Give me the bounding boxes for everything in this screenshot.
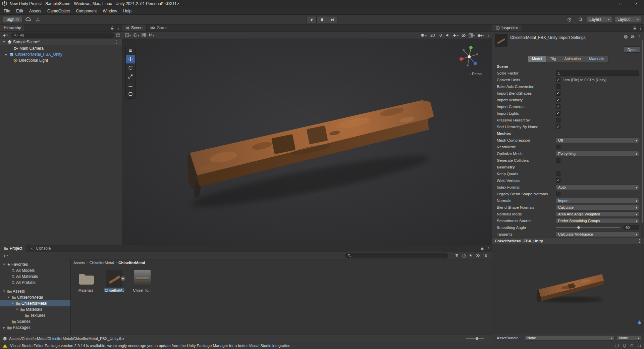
asset-chiselformetal-fbx[interactable]: ▶ ChiselforM...	[104, 270, 124, 292]
grid-snap-icon[interactable]	[142, 33, 146, 37]
panel-menu-icon[interactable]	[639, 26, 643, 31]
cloud-services-icon[interactable]	[25, 17, 31, 21]
refresh-sync-icon[interactable]	[630, 344, 634, 348]
convert-units-checkbox[interactable]	[556, 78, 560, 82]
open-button[interactable]: Open	[624, 46, 640, 53]
version-control-icon[interactable]	[36, 17, 40, 22]
import-blendshapes-checkbox[interactable]	[556, 91, 560, 96]
tab-model[interactable]: Model	[528, 56, 546, 62]
import-lights-checkbox[interactable]	[556, 111, 560, 116]
move-tool-button[interactable]	[126, 55, 135, 63]
tree-item-chiselformetal-inner[interactable]: ChiselforMetal	[0, 300, 70, 306]
import-visibility-checkbox[interactable]	[556, 98, 560, 102]
presets-icon[interactable]	[631, 35, 635, 39]
scale-tool-button[interactable]	[126, 72, 135, 81]
tree-item-all-prefabs[interactable]: All Prefabs	[0, 280, 70, 286]
pause-button[interactable]	[317, 16, 327, 23]
tab-inspector[interactable]: Inspector	[492, 24, 522, 31]
2d-toggle[interactable]: 2D	[429, 33, 436, 38]
lock-icon[interactable]	[633, 26, 636, 30]
tree-item-chiselformetal[interactable]: ChiselforMetal	[0, 294, 70, 300]
tab-console[interactable]: Console	[26, 245, 54, 252]
status-message[interactable]: Visual Studio Editor Package version 2.0…	[10, 344, 290, 348]
hand-tool-button[interactable]	[126, 46, 135, 55]
scene-panel-menu-icon[interactable]	[486, 33, 490, 38]
menu-edit[interactable]: Edit	[13, 7, 26, 15]
breadcrumb-assets[interactable]: Assets	[73, 261, 85, 265]
expand-subassets-icon[interactable]: ▶	[120, 276, 126, 281]
maximize-button[interactable]: □	[613, 0, 629, 7]
background-tasks-icon[interactable]	[637, 344, 641, 348]
menu-assets[interactable]: Assets	[26, 7, 44, 15]
search-by-type-icon[interactable]	[455, 254, 459, 258]
optimize-mesh-dropdown[interactable]: Everything	[556, 151, 639, 156]
tree-item-all-materials[interactable]: All Materials	[0, 273, 70, 280]
breadcrumb-chiselformetal[interactable]: ChiselforMetal	[90, 261, 114, 265]
tab-scene[interactable]: Scene	[122, 24, 147, 31]
foldout-icon[interactable]	[2, 40, 6, 44]
scene-camera-dropdown[interactable]	[477, 33, 484, 38]
open-search-window-icon[interactable]	[116, 33, 120, 37]
generate-colliders-checkbox[interactable]	[556, 158, 560, 163]
sign-in-button[interactable]: Sign in	[3, 16, 22, 23]
create-asset-dropdown[interactable]	[2, 253, 9, 258]
layout-dropdown[interactable]: Layout	[615, 16, 641, 23]
tab-hierarchy[interactable]: Hierarchy	[0, 24, 25, 31]
import-cameras-checkbox[interactable]	[556, 104, 560, 109]
hierarchy-item-main-camera[interactable]: Main Camera	[0, 45, 122, 51]
hierarchy-item-chiselformetal[interactable]: ChiselforMetal_FBX_Unity	[0, 51, 122, 57]
tool-handle-rotation-dropdown[interactable]	[133, 33, 139, 38]
slider-thumb[interactable]	[577, 226, 580, 229]
search-filter-icon[interactable]	[13, 33, 18, 37]
tree-item-materials[interactable]: Materials	[0, 306, 70, 312]
tree-item-scenes[interactable]: Scenes	[0, 318, 70, 325]
zoom-slider-thumb[interactable]	[476, 337, 478, 340]
tree-item-packages[interactable]: Packages	[0, 325, 70, 331]
draw-mode-dropdown[interactable]	[421, 33, 427, 38]
close-button[interactable]: ×	[629, 0, 644, 7]
tab-rig[interactable]: Rig	[546, 56, 560, 62]
search-icon[interactable]	[578, 17, 583, 22]
perspective-label[interactable]: ‹ Persp	[470, 72, 482, 76]
preview-menu-icon[interactable]	[638, 239, 642, 243]
undo-history-icon[interactable]	[567, 17, 572, 22]
save-search-star-icon[interactable]	[469, 253, 472, 258]
preserve-hierarchy-checkbox[interactable]	[556, 118, 560, 122]
assetbundle-variant-dropdown[interactable]: None	[617, 335, 641, 341]
tab-animation[interactable]: Animation	[560, 56, 585, 62]
rect-tool-button[interactable]	[126, 81, 135, 90]
smoothing-angle-slider[interactable]	[556, 227, 620, 228]
transform-tool-button[interactable]	[126, 90, 135, 98]
lock-icon[interactable]	[111, 26, 114, 30]
normals-dropdown[interactable]: Import	[556, 198, 639, 203]
menu-file[interactable]: File	[1, 7, 13, 15]
minimize-button[interactable]: —	[598, 0, 613, 7]
sort-hierarchy-checkbox[interactable]	[556, 124, 560, 129]
scene-lighting-toggle-icon[interactable]	[439, 33, 443, 38]
scene-options-icon[interactable]	[114, 40, 118, 44]
snap-increment-dropdown[interactable]	[148, 33, 154, 38]
tree-item-assets[interactable]: Assets	[0, 288, 70, 294]
notifications-bell-icon[interactable]	[623, 344, 627, 348]
preview-header[interactable]: ChiselforMetal_FBX_Unity	[492, 238, 644, 244]
menu-gameobject[interactable]: GameObject	[44, 7, 73, 15]
smoothness-source-dropdown[interactable]: Prefer Smoothing Groups	[556, 218, 639, 223]
normals-mode-dropdown[interactable]: Area And Angle Weighted	[556, 211, 639, 217]
smoothing-angle-value[interactable]: 60	[624, 225, 639, 230]
scene-header-row[interactable]: SampleScene*	[0, 39, 122, 45]
tangents-dropdown[interactable]: Calculate Mikktspace	[556, 232, 639, 237]
menu-component[interactable]: Component	[73, 7, 100, 15]
search-by-label-icon[interactable]	[462, 254, 466, 258]
tab-project[interactable]: Project	[0, 245, 26, 252]
lock-icon[interactable]	[481, 247, 484, 250]
layers-dropdown[interactable]: Layers	[587, 16, 612, 23]
thumbnail-zoom-slider[interactable]	[466, 338, 484, 339]
gizmo-collapse-icon[interactable]: ‹	[470, 72, 471, 76]
hierarchy-search-input[interactable]: All	[11, 33, 114, 38]
menu-help[interactable]: Help	[120, 7, 135, 15]
index-format-dropdown[interactable]: Auto	[556, 185, 639, 190]
step-button[interactable]	[327, 16, 337, 23]
scale-factor-input[interactable]: 1	[556, 70, 639, 76]
rotate-tool-button[interactable]	[126, 63, 135, 72]
asset-preview[interactable]	[492, 244, 644, 334]
